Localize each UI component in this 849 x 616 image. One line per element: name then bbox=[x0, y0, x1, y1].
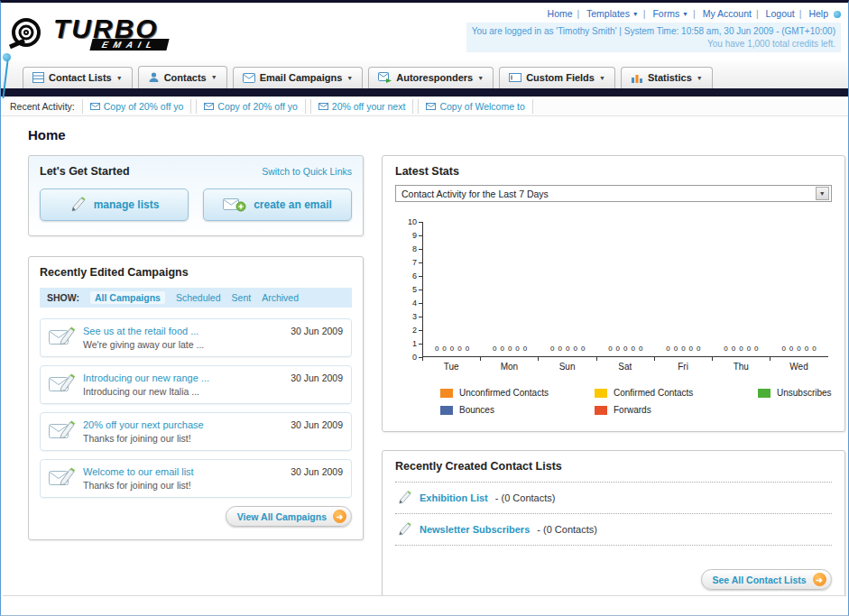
chart-value-label: 0 bbox=[812, 345, 816, 353]
top-nav-templates[interactable]: Templates bbox=[586, 8, 630, 19]
tab-label: Custom Fields bbox=[526, 72, 595, 83]
tab-email-campaigns[interactable]: Email Campaigns ▼ bbox=[233, 67, 364, 88]
chart-value-label: 0 bbox=[466, 345, 469, 353]
app-logo[interactable]: TURBO EMAIL bbox=[8, 6, 168, 60]
arrow-right-icon: ➜ bbox=[333, 510, 346, 523]
legend-item: Unsubscribes bbox=[758, 388, 832, 398]
arrow-right-icon: ➜ bbox=[813, 573, 826, 586]
chart-value-label: 0 bbox=[697, 345, 700, 353]
create-email-button[interactable]: create an email bbox=[203, 188, 352, 221]
campaign-date: 30 Jun 2009 bbox=[291, 466, 343, 477]
filter-sent[interactable]: Sent bbox=[232, 292, 252, 303]
separator: | bbox=[799, 8, 802, 19]
chart-value-group: 00000 bbox=[654, 345, 712, 356]
legend-swatch-icon bbox=[595, 406, 607, 415]
button-label: View All Campaigns bbox=[237, 511, 327, 522]
dropdown-caret-icon: ▼ bbox=[346, 75, 353, 81]
top-nav-home[interactable]: Home bbox=[548, 8, 573, 19]
tab-label: Contacts bbox=[164, 72, 207, 83]
campaign-row[interactable]: Welcome to our email list Thanks for joi… bbox=[40, 459, 352, 498]
campaign-row[interactable]: 20% off your next purchase Thanks for jo… bbox=[40, 412, 352, 451]
chart-y-axis: 109876543210 bbox=[404, 222, 422, 357]
contact-list-count: - (0 Contacts) bbox=[495, 492, 556, 503]
contact-list-link[interactable]: Exhibition List bbox=[420, 492, 488, 503]
recent-activity-item[interactable]: 20% off your next bbox=[310, 99, 414, 114]
dropdown-caret-icon: ▼ bbox=[477, 75, 484, 81]
button-label: manage lists bbox=[94, 198, 160, 211]
see-all-contact-lists-button[interactable]: See All Contact Lists ➜ bbox=[701, 569, 832, 590]
chart-value-label: 0 bbox=[608, 345, 612, 353]
campaign-row[interactable]: See us at the retail food ... We're givi… bbox=[40, 318, 352, 357]
envelope-icon bbox=[426, 103, 436, 110]
chart-x-label: Sun bbox=[538, 357, 595, 372]
tab-contacts[interactable]: Contacts ▼ bbox=[138, 66, 227, 88]
top-nav-forms[interactable]: Forms bbox=[652, 8, 679, 19]
top-nav-logout[interactable]: Logout bbox=[766, 8, 795, 19]
select-value: Contact Activity for the Last 7 Days bbox=[401, 188, 549, 199]
chart-value-label: 0 bbox=[789, 345, 793, 353]
chart-value-label: 0 bbox=[508, 345, 512, 353]
tab-custom-fields[interactable]: Custom Fields ▼ bbox=[499, 67, 615, 88]
contact-lists-title: Recently Created Contact Lists bbox=[395, 460, 832, 473]
pencil-icon bbox=[397, 491, 412, 505]
header: TURBO EMAIL Home| Templates ▼| Forms ▼| … bbox=[1, 3, 848, 60]
top-nav-help[interactable]: Help bbox=[808, 8, 828, 19]
chart-value-label: 0 bbox=[747, 345, 751, 353]
manage-lists-button[interactable]: manage lists bbox=[40, 188, 189, 221]
contact-list-link[interactable]: Newsletter Subscribers bbox=[420, 524, 530, 535]
chart-value-label: 0 bbox=[805, 345, 808, 353]
envelope-plus-icon bbox=[223, 197, 246, 213]
campaign-filter-bar: SHOW: All Campaigns Scheduled Sent Archi… bbox=[40, 288, 352, 308]
campaign-title-link[interactable]: 20% off your next purchase bbox=[83, 419, 283, 430]
chart-plot: 00000000000000000000000000000000000 bbox=[422, 222, 828, 357]
top-nav: Home| Templates ▼| Forms ▼| My Account| … bbox=[466, 8, 841, 19]
campaign-title-link[interactable]: See us at the retail food ... bbox=[83, 326, 283, 336]
chart-value-label: 0 bbox=[493, 345, 496, 353]
statistics-icon bbox=[631, 72, 643, 83]
email-campaigns-icon bbox=[243, 73, 255, 83]
chart-value-label: 0 bbox=[681, 345, 685, 353]
filter-all-campaigns[interactable]: All Campaigns bbox=[90, 291, 165, 304]
chart-x-axis: TueMonSunSatFriThuWed bbox=[422, 357, 828, 372]
chart-value-group: 00000 bbox=[596, 345, 654, 356]
contacts-icon bbox=[148, 71, 160, 83]
campaigns-title: Recently Edited Campaigns bbox=[40, 266, 352, 279]
contact-list-row[interactable]: Exhibition List - (0 Contacts) bbox=[395, 483, 832, 514]
tab-label: Autoresponders bbox=[396, 72, 473, 83]
view-all-campaigns-button[interactable]: View All Campaigns ➜ bbox=[226, 506, 352, 527]
filter-scheduled[interactable]: Scheduled bbox=[176, 292, 221, 303]
envelope-pencil-icon bbox=[49, 466, 76, 486]
chart-value-label: 0 bbox=[666, 345, 669, 353]
chart-value-group: 00000 bbox=[770, 345, 827, 356]
filter-archived[interactable]: Archived bbox=[262, 292, 299, 303]
legend-item: Unconfirmed Contacts bbox=[440, 388, 589, 398]
recent-activity-item[interactable]: Copy of 20% off yo bbox=[196, 99, 306, 114]
chart-x-label: Fri bbox=[654, 357, 712, 372]
tab-statistics[interactable]: Statistics ▼ bbox=[621, 67, 713, 88]
chart-value-label: 0 bbox=[550, 345, 554, 353]
chart-x-label: Wed bbox=[770, 357, 827, 372]
logo-words: TURBO EMAIL bbox=[53, 16, 168, 51]
contact-list-row[interactable]: Newsletter Subscribers - (0 Contacts) bbox=[395, 514, 832, 546]
campaign-title-link[interactable]: Introducing our new range ... bbox=[83, 372, 283, 383]
stats-period-select[interactable]: Contact Activity for the Last 7 Days ▼ bbox=[395, 185, 832, 202]
chart-value-label: 0 bbox=[732, 345, 735, 353]
campaign-title-link[interactable]: Welcome to our email list bbox=[83, 466, 283, 477]
tab-autoresponders[interactable]: Autoresponders ▼ bbox=[368, 67, 494, 88]
chart-value-label: 0 bbox=[689, 345, 693, 353]
chart-value-label: 0 bbox=[632, 345, 635, 353]
legend-label: Confirmed Contacts bbox=[614, 388, 693, 398]
campaign-row[interactable]: Introducing our new range ... Introducin… bbox=[40, 365, 352, 404]
decor-dot-icon bbox=[834, 11, 841, 18]
switch-quick-links-link[interactable]: Switch to Quick Links bbox=[262, 166, 352, 177]
get-started-panel: Let's Get Started Switch to Quick Links … bbox=[28, 155, 364, 236]
recent-activity-item[interactable]: Copy of 20% off yo bbox=[82, 99, 192, 114]
chart-value-label: 0 bbox=[674, 345, 678, 353]
contact-activity-chart: 109876543210 000000000000000000000000000… bbox=[404, 222, 828, 357]
pencil-icon bbox=[69, 197, 87, 213]
separator: | bbox=[643, 8, 646, 19]
tab-contact-lists[interactable]: Contact Lists ▼ bbox=[23, 67, 133, 88]
top-nav-my-account[interactable]: My Account bbox=[703, 8, 752, 19]
pencil-icon bbox=[397, 522, 412, 537]
recent-activity-item[interactable]: Copy of Welcome to bbox=[418, 99, 532, 114]
